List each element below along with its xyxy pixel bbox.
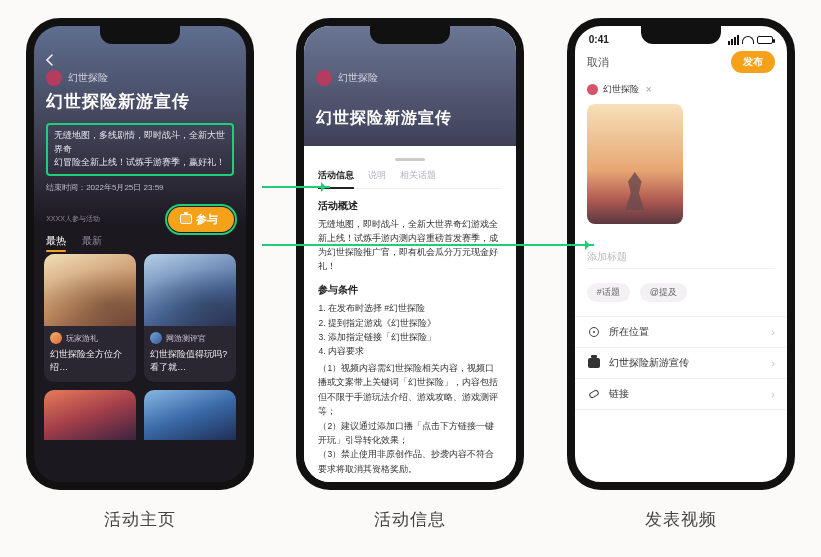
battery-icon [757,36,773,44]
game-dot-icon [587,84,598,95]
chevron-right-icon: › [771,357,775,369]
publish-button[interactable]: 发布 [731,51,775,73]
phone-notch [370,26,450,44]
activity-description-highlight[interactable]: 无缝地图，多线剧情，即时战斗，全新大世界奇 幻冒险全新上线！试炼手游赛季，赢好礼… [46,123,234,176]
option-location[interactable]: 所在位置 › [575,316,787,347]
sheet-handle[interactable] [395,158,425,161]
hero-section: 幻世探险 幻世探险新游宣传 无缝地图，多线剧情，即时战斗，全新大世界奇 幻冒险全… [34,26,246,224]
participant-count: XXXX人参与活动 [46,214,100,224]
wifi-icon [742,36,754,44]
cover-silhouette [618,172,652,210]
chevron-right-icon: › [771,326,775,338]
tab-activity-info[interactable]: 活动信息 [318,169,354,182]
tab-explain[interactable]: 说明 [368,169,386,182]
tab-topics[interactable]: 相关话题 [400,169,436,182]
avatar-icon [50,332,62,344]
card-author: 玩家游礼 [66,333,98,344]
hero-section: 幻世探险 幻世探险新游宣传 [304,26,516,146]
phone-activity-home: 幻世探险 幻世探险新游宣传 无缝地图，多线剧情，即时战斗，全新大世界奇 幻冒险全… [26,18,254,490]
card-thumbnail [144,254,236,326]
activity-dot-icon [46,70,62,86]
location-icon [589,327,599,337]
game-tag-label: 幻世探险 [603,83,639,96]
title-input[interactable]: 添加标题 [587,246,775,269]
feed-card[interactable]: 玩家游礼 幻世探险全方位介绍… [44,254,136,382]
phone-notch [641,26,721,44]
flow-arrow-1 [262,186,330,188]
activity-title: 幻世探险新游宣传 [46,90,234,113]
sheet-tabs: 活动信息 说明 相关话题 [318,169,502,189]
card-author: 网游测评官 [166,333,206,344]
activity-title: 幻世探险新游宣传 [316,108,504,129]
tab-new[interactable]: 最新 [82,234,102,248]
phone-activity-info: 幻世探险 幻世探险新游宣传 活动信息 说明 相关话题 活动概述 无缝地图，即时战… [296,18,524,490]
remove-tag-icon[interactable]: × [646,84,652,95]
condition-list: 1. 在发布时选择 #幻世探险 2. 提到指定游戏《幻世探险》 3. 添加指定链… [318,301,502,359]
signal-icon [728,35,739,45]
feed-card-partial[interactable] [144,390,236,440]
column-label: 活动信息 [374,508,446,531]
topic-pill[interactable]: #话题 [587,283,630,302]
activity-tag-name: 幻世探险 [338,71,378,85]
game-tag-chip[interactable]: 幻世探险 × [575,81,787,98]
phone-publish-video: 0:41 取消 发布 幻世探险 × 选择封面 [567,18,795,490]
camera-icon [180,214,192,224]
feed-card-partial[interactable] [44,390,136,440]
feed-card[interactable]: 网游测评官 幻世探险值得玩吗?看了就… [144,254,236,382]
section-title-conditions: 参与条件 [318,283,502,297]
cancel-button[interactable]: 取消 [587,55,609,70]
mention-pill[interactable]: @提及 [640,283,687,302]
card-thumbnail [44,254,136,326]
card-title: 幻世探险全方位介绍… [50,348,130,374]
link-icon [588,389,600,399]
avatar-icon [150,332,162,344]
video-cover-preview[interactable]: 选择封面 [587,104,683,224]
back-icon[interactable] [44,54,56,66]
status-time: 0:41 [589,34,609,45]
requirement-list: （1）视频内容需幻世探险相关内容，视频口播或文案带上关键词「幻世探险」，内容包括… [318,361,502,477]
end-time-text: 结束时间：2022年5月25日 23:59 [46,182,234,193]
tab-hot[interactable]: 最热 [46,234,66,248]
activity-tag-name: 幻世探险 [68,71,108,85]
section-title-overview: 活动概述 [318,199,502,213]
column-label: 活动主页 [104,508,176,531]
card-title: 幻世探险值得玩吗?看了就… [150,348,230,374]
activity-dot-icon [316,70,332,86]
activity-icon [588,358,600,368]
feed-tabs: 最热 最新 [34,224,246,254]
phone-notch [100,26,180,44]
flow-arrow-2 [262,244,594,246]
column-label: 发表视频 [645,508,717,531]
info-sheet: 活动信息 说明 相关话题 活动概述 无缝地图，即时战斗，全新大世界奇幻游戏全新上… [304,146,516,482]
chevron-right-icon: › [771,388,775,400]
option-link[interactable]: 链接 › [575,378,787,410]
option-activity[interactable]: 幻世探险新游宣传 › [575,347,787,378]
